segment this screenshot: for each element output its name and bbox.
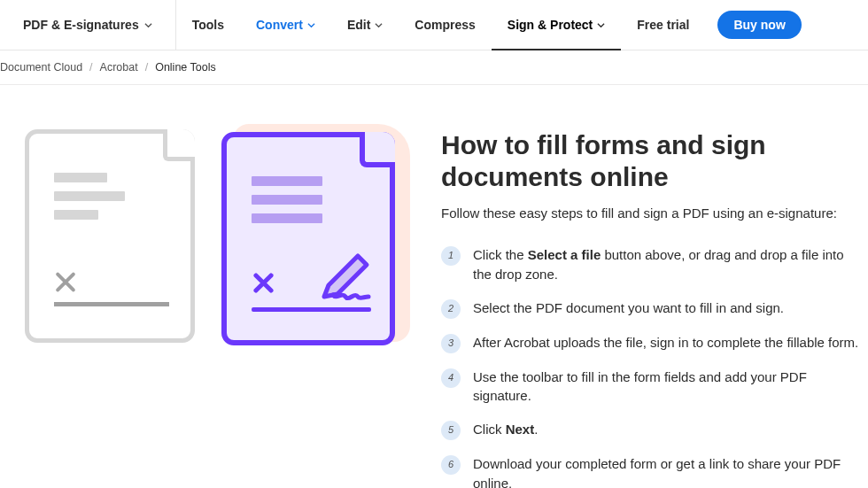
steps-list: 1Click the Select a file button above, o… bbox=[441, 245, 859, 488]
main-content: How to fill forms and sign documents onl… bbox=[0, 85, 868, 488]
illustration bbox=[25, 129, 406, 386]
breadcrumb-separator: / bbox=[89, 61, 92, 74]
chevron-down-icon bbox=[144, 21, 152, 29]
step-item: 4Use the toolbar to fill in the form fie… bbox=[441, 368, 859, 407]
step-item: 5Click Next. bbox=[441, 420, 859, 440]
category-dropdown[interactable]: PDF & E-signatures bbox=[0, 0, 176, 50]
chevron-down-icon bbox=[375, 21, 383, 29]
chevron-down-icon bbox=[307, 21, 315, 29]
step-number: 1 bbox=[441, 246, 461, 266]
top-nav: PDF & E-signatures Tools Convert Edit Co… bbox=[0, 0, 868, 50]
step-item: 3After Acrobat uploads the file, sign in… bbox=[441, 333, 859, 353]
breadcrumb-separator: / bbox=[145, 61, 148, 74]
x-mark-icon bbox=[54, 271, 76, 293]
step-number: 2 bbox=[441, 299, 461, 319]
nav-free-trial[interactable]: Free trial bbox=[621, 0, 705, 50]
breadcrumb: Document Cloud / Acrobat / Online Tools bbox=[0, 50, 868, 85]
x-mark-icon bbox=[252, 272, 274, 294]
step-number: 6 bbox=[441, 455, 461, 475]
subheading: Follow these easy steps to fill and sign… bbox=[441, 204, 859, 222]
step-item: 6Download your completed form or get a l… bbox=[441, 454, 859, 488]
step-item: 1Click the Select a file button above, o… bbox=[441, 245, 859, 284]
step-number: 5 bbox=[441, 421, 461, 440]
breadcrumb-online-tools: Online Tools bbox=[155, 61, 216, 74]
breadcrumb-document-cloud[interactable]: Document Cloud bbox=[0, 61, 82, 74]
document-icon-grey bbox=[25, 129, 195, 343]
step-number: 3 bbox=[441, 334, 461, 353]
step-number: 4 bbox=[441, 368, 461, 388]
content-column: How to fill forms and sign documents onl… bbox=[441, 129, 859, 488]
nav-convert[interactable]: Convert bbox=[240, 0, 331, 50]
pen-signature-icon bbox=[280, 245, 377, 306]
category-label: PDF & E-signatures bbox=[23, 18, 139, 32]
nav-edit[interactable]: Edit bbox=[331, 0, 399, 50]
chevron-down-icon bbox=[597, 21, 605, 29]
nav-compress[interactable]: Compress bbox=[399, 0, 491, 50]
breadcrumb-acrobat[interactable]: Acrobat bbox=[100, 61, 138, 74]
buy-now-button[interactable]: Buy now bbox=[717, 11, 801, 39]
step-item: 2Select the PDF document you want to fil… bbox=[441, 298, 859, 319]
document-sign-icon bbox=[221, 132, 395, 345]
nav-sign-protect[interactable]: Sign & Protect bbox=[492, 0, 621, 50]
nav-tools[interactable]: Tools bbox=[176, 0, 240, 50]
page-title: How to fill forms and sign documents onl… bbox=[441, 129, 859, 193]
